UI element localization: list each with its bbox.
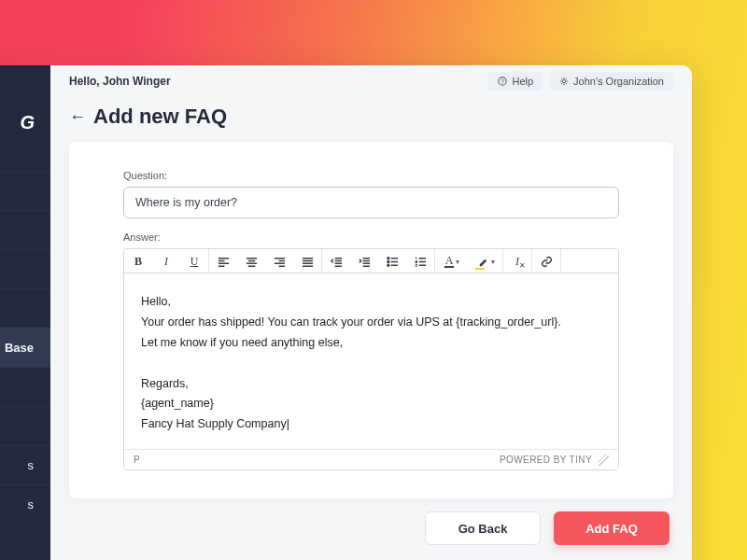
logo-fragment: G — [0, 112, 50, 133]
link-icon — [541, 256, 553, 268]
gear-icon — [559, 77, 569, 86]
align-justify-icon — [302, 256, 314, 268]
help-button[interactable]: ? Help — [488, 72, 543, 91]
editor-line — [141, 354, 601, 374]
sidebar-item-knowledge-base[interactable]: Base — [0, 328, 50, 367]
indent-button[interactable] — [350, 249, 378, 273]
italic-button[interactable]: I — [152, 249, 180, 273]
editor-toolbar: B I U — [124, 249, 618, 273]
list-bullet-icon — [387, 256, 399, 268]
add-faq-button[interactable]: Add FAQ — [554, 511, 669, 545]
help-icon: ? — [498, 77, 507, 86]
align-right-icon — [274, 256, 286, 268]
svg-point-4 — [387, 260, 388, 262]
page-title: Add new FAQ — [93, 105, 227, 129]
svg-text:?: ? — [501, 78, 505, 85]
clear-format-button[interactable]: I✕ — [503, 249, 531, 273]
editor-line: Your order has shipped! You can track yo… — [141, 313, 601, 333]
align-left-icon — [218, 256, 230, 268]
svg-point-5 — [387, 264, 388, 266]
editor-line: Let me know if you need anything else, — [141, 333, 601, 354]
answer-label: Answer: — [123, 231, 619, 243]
editor-line: {agent_name} — [141, 394, 601, 414]
text-color-button[interactable]: A▾ — [435, 249, 469, 273]
sidebar-item-0[interactable] — [0, 171, 50, 210]
editor-line: Regards, — [141, 374, 601, 395]
align-center-icon — [246, 256, 258, 268]
footer-actions: Go Back Add FAQ — [50, 511, 692, 545]
bullet-list-button[interactable] — [378, 249, 406, 273]
link-button[interactable] — [532, 249, 560, 273]
topbar: Hello, John Winger ? Help John's Organiz… — [50, 65, 692, 97]
indent-icon — [359, 256, 371, 268]
question-label: Question: — [123, 170, 619, 181]
highlight-button[interactable]: ▾ — [469, 249, 502, 273]
bold-button[interactable]: B — [124, 249, 152, 273]
list-number-icon — [415, 256, 427, 268]
highlight-icon — [477, 256, 489, 268]
editor-line: Hello, — [141, 292, 601, 313]
powered-by-label: POWERED BY TINY — [500, 455, 592, 465]
number-list-button[interactable] — [406, 249, 434, 273]
go-back-button[interactable]: Go Back — [425, 511, 541, 545]
outdent-button[interactable] — [322, 249, 350, 273]
sidebar-item-5[interactable] — [0, 367, 50, 406]
text-cursor — [287, 417, 289, 430]
align-center-button[interactable] — [237, 249, 265, 273]
svg-point-2 — [562, 79, 565, 82]
main-content: Hello, John Winger ? Help John's Organiz… — [50, 65, 692, 560]
app-window: G Base s s Hello, John Winger ? Help Joh… — [0, 65, 692, 560]
align-left-button[interactable] — [209, 249, 237, 273]
editor-path: P — [134, 455, 140, 465]
back-arrow-icon[interactable]: ← — [69, 107, 86, 127]
align-justify-button[interactable] — [293, 249, 321, 273]
sidebar-item-3[interactable] — [0, 288, 50, 328]
organization-button[interactable]: John's Organization — [550, 72, 673, 91]
svg-point-3 — [387, 257, 388, 259]
align-right-button[interactable] — [265, 249, 293, 273]
editor-content[interactable]: Hello, Your order has shipped! You can t… — [124, 273, 618, 449]
sidebar-item-8[interactable]: s — [0, 484, 50, 524]
rich-text-editor: B I U — [123, 248, 619, 470]
outdent-icon — [331, 256, 343, 268]
faq-form-card: Question: Answer: B I U — [69, 142, 673, 498]
underline-button[interactable]: U — [180, 249, 208, 273]
sidebar-item-2[interactable] — [0, 249, 50, 288]
question-input[interactable] — [123, 187, 619, 218]
sidebar-item-1[interactable] — [0, 210, 50, 249]
greeting-text: Hello, John Winger — [69, 75, 171, 88]
editor-line: Fancy Hat Supply Company — [141, 414, 601, 435]
editor-statusbar: P POWERED BY TINY — [124, 449, 618, 469]
page-header: ← Add new FAQ — [50, 97, 692, 142]
sidebar-item-7[interactable]: s — [0, 445, 50, 484]
resize-handle[interactable] — [598, 455, 609, 466]
sidebar: G Base s s — [0, 65, 50, 560]
sidebar-item-6[interactable] — [0, 406, 50, 445]
